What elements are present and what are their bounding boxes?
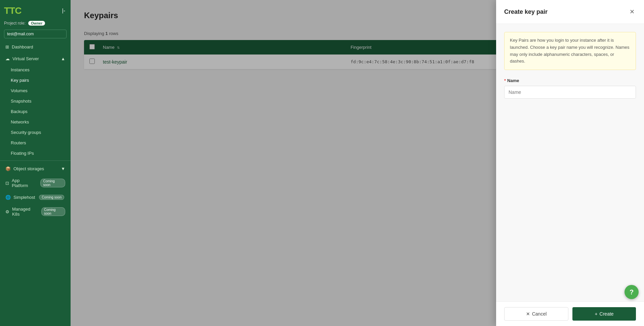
sidebar-item-volumes[interactable]: Volumes [0,85,71,96]
simplehost-icon: 🌐 [5,195,11,200]
dashboard-icon: ⊞ [5,44,9,49]
name-input[interactable] [504,86,636,99]
user-select[interactable]: test@mail.com [4,30,67,38]
sidebar-item-networks[interactable]: Networks [0,117,71,127]
backups-label: Backups [11,109,28,114]
security-groups-label: Security groups [11,130,41,135]
sidebar-item-instances[interactable]: Instances [0,65,71,75]
object-storages-label: Object storages [13,166,44,171]
create-keypair-modal: Create key pair ✕ Key Pairs are how you … [496,0,644,326]
sidebar: TTC |- Project role: Owner test@mail.com… [0,0,71,326]
sidebar-section-object-storages[interactable]: 📦 Object storages ▼ [0,163,71,175]
confirm-create-label: Create [600,311,614,317]
logo: TTC [4,5,21,16]
modal-body: Key Pairs are how you login to your inst… [496,24,644,301]
cancel-button[interactable]: ✕ Cancel [504,307,568,321]
storage-icon: 📦 [5,166,11,171]
cloud-icon: ☁ [5,56,10,61]
chevron-up-icon: ▲ [61,56,65,61]
sidebar-item-simplehost[interactable]: 🌐 Simplehost Coming soon [0,191,71,203]
sidebar-item-snapshots[interactable]: Snapshots [0,96,71,106]
volumes-label: Volumes [11,88,28,93]
sidebar-collapse-button[interactable]: |- [61,6,67,15]
keypairs-label: Key pairs [11,78,29,83]
modal-close-button[interactable]: ✕ [628,7,636,17]
sidebar-item-floating-ips[interactable]: Floating IPs [0,148,71,158]
owner-badge: Owner [28,21,45,26]
managed-k8s-label: Managed K8s [12,207,37,217]
help-fab-button[interactable]: ? [625,285,639,299]
sidebar-item-app-platform[interactable]: ⊡ App Platform Coming soon [0,175,71,191]
routers-label: Routers [11,140,26,145]
floating-ips-label: Floating IPs [11,151,34,156]
help-icon: ? [630,288,634,296]
confirm-create-button[interactable]: + Create [572,307,636,321]
virtual-server-label: Virtual Server [12,56,39,61]
chevron-down-icon: ▼ [61,166,65,171]
sidebar-logo-area: TTC |- [0,0,71,19]
sidebar-item-dashboard[interactable]: ⊞ Dashboard [0,41,71,53]
cancel-label: Cancel [532,311,547,317]
keypair-info-box: Key Pairs are how you login to your inst… [504,32,636,70]
app-platform-badge: Coming soon [40,179,65,187]
simplehost-badge: Coming soon [39,195,64,200]
managed-k8s-badge: Coming soon [41,207,65,216]
project-role-label: Project role: [4,21,26,26]
sidebar-item-dashboard-label: Dashboard [12,44,33,49]
sidebar-item-security-groups[interactable]: Security groups [0,127,71,138]
modal-title: Create key pair [504,8,548,15]
sidebar-item-routers[interactable]: Routers [0,138,71,148]
sidebar-item-backups[interactable]: Backups [0,106,71,117]
cancel-x-icon: ✕ [526,311,530,317]
name-field-label: * Name [504,78,636,83]
create-plus-icon: + [595,311,597,317]
keypair-info-text: Key Pairs are how you login to your inst… [510,38,630,64]
sidebar-item-managed-k8s[interactable]: ⚙ Managed K8s Coming soon [0,203,71,220]
networks-label: Networks [11,119,29,124]
modal-header: Create key pair ✕ [496,0,644,24]
required-asterisk: * [504,78,506,83]
app-platform-icon: ⊡ [5,181,9,186]
k8s-icon: ⚙ [5,209,9,214]
name-label-text: Name [507,78,519,83]
sidebar-item-keypairs[interactable]: Key pairs [0,75,71,85]
app-platform-label: App Platform [12,178,36,188]
instances-label: Instances [11,67,30,72]
project-role-row: Project role: Owner [0,19,71,28]
snapshots-label: Snapshots [11,99,31,104]
simplehost-label: Simplehost [13,195,35,200]
modal-footer: ✕ Cancel + Create [496,301,644,326]
sidebar-section-virtual-server[interactable]: ☁ Virtual Server ▲ [0,53,71,65]
